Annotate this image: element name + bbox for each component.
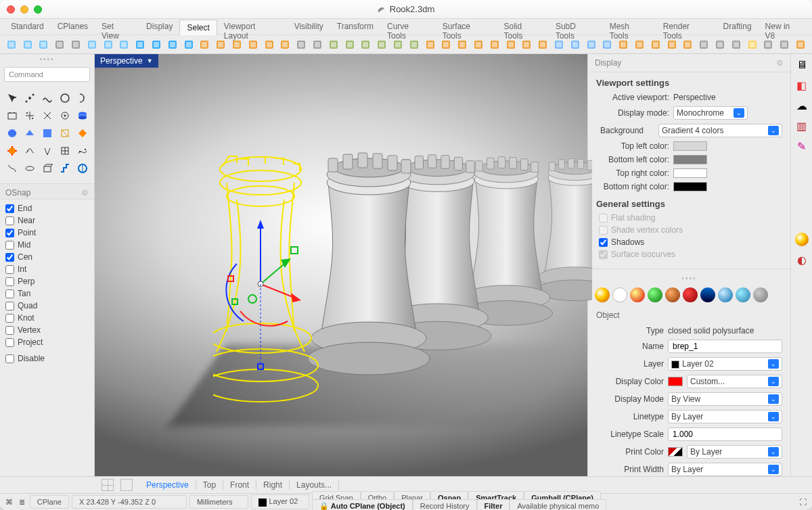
- ribbon-tab-viewport-layout[interactable]: Viewport Layout: [217, 19, 288, 34]
- toolbar-icon[interactable]: [37, 37, 51, 52]
- tool-icon[interactable]: [39, 125, 55, 141]
- toolbar-icon[interactable]: [745, 37, 760, 52]
- tab-icon[interactable]: [665, 287, 680, 302]
- tool-icon[interactable]: [4, 108, 20, 124]
- layout-4view-icon[interactable]: [102, 479, 114, 491]
- material-sphere-icon[interactable]: [795, 233, 809, 246]
- drag-handle[interactable]: ••••: [0, 54, 94, 64]
- tab-icon[interactable]: [753, 287, 768, 302]
- viewport-title[interactable]: Perspective▼: [95, 54, 158, 68]
- color-swatch-tl[interactable]: [673, 141, 707, 151]
- tool-icon[interactable]: [4, 160, 20, 177]
- toolbar-icon[interactable]: [729, 37, 744, 52]
- ribbon-tab-drafting[interactable]: Drafting: [717, 19, 759, 34]
- toolbar-icon[interactable]: [229, 37, 244, 52]
- tool-icon[interactable]: [4, 143, 20, 159]
- tool-icon[interactable]: [57, 143, 73, 159]
- tab-icon[interactable]: [736, 287, 750, 302]
- osnap-vertex[interactable]: Vertex: [5, 325, 89, 335]
- tool-icon[interactable]: [39, 90, 55, 106]
- toolbar-icon[interactable]: [359, 37, 374, 52]
- toolbar-icon[interactable]: [374, 37, 389, 52]
- osnap-project[interactable]: Project: [5, 338, 89, 347]
- print-width-select[interactable]: By Layer⌄: [668, 463, 782, 476]
- viewport-perspective[interactable]: Perspective▼: [95, 54, 587, 476]
- checkbox[interactable]: [5, 253, 14, 262]
- osnap-knot[interactable]: Knot: [5, 313, 89, 323]
- checkbox[interactable]: [5, 289, 14, 298]
- tool-icon[interactable]: [22, 108, 38, 124]
- tool-icon[interactable]: [4, 90, 20, 106]
- toolbar-icon[interactable]: [777, 37, 792, 52]
- osnap-panel-header[interactable]: OSnap ⚙: [0, 183, 94, 200]
- ribbon-tab-standard[interactable]: Standard: [4, 19, 51, 34]
- command-input[interactable]: Command: [4, 67, 90, 82]
- tool-icon[interactable]: [57, 160, 73, 177]
- toolbar-icon[interactable]: [680, 37, 695, 52]
- toolbar-icon[interactable]: [52, 37, 67, 52]
- view-tab-front[interactable]: Front: [223, 480, 256, 490]
- tool-icon[interactable]: [74, 108, 91, 124]
- tool-icon[interactable]: [74, 90, 91, 106]
- checkbox[interactable]: [5, 277, 14, 286]
- status-cplane[interactable]: CPlane: [30, 495, 69, 509]
- ribbon-tab-cplanes[interactable]: CPlanes: [51, 19, 95, 34]
- toolbar-icon[interactable]: [149, 37, 164, 52]
- toolbar-icon[interactable]: [198, 37, 212, 52]
- toolbar-icon[interactable]: [632, 37, 647, 52]
- view-tab-top[interactable]: Top: [196, 480, 223, 490]
- tool-icon[interactable]: [22, 90, 38, 106]
- toolbar-icon[interactable]: [4, 37, 19, 52]
- checkbox[interactable]: [5, 314, 14, 323]
- toolbar-icon[interactable]: [213, 37, 228, 52]
- chevron-down-icon[interactable]: ▼: [147, 57, 153, 64]
- toolbar-icon[interactable]: [584, 37, 599, 52]
- tool-icon[interactable]: [22, 160, 38, 177]
- osnap-mid[interactable]: Mid: [5, 240, 89, 250]
- checkbox[interactable]: [5, 302, 14, 310]
- status-auto-cplane-object-[interactable]: 🔒 Auto CPlane (Object): [312, 499, 413, 511]
- toolbar-icon[interactable]: [310, 37, 325, 52]
- checkbox[interactable]: [5, 338, 14, 347]
- osnap-disable[interactable]: Disable: [5, 354, 89, 363]
- osnap-quad[interactable]: Quad: [5, 301, 89, 310]
- toolbar-icon[interactable]: [503, 37, 518, 52]
- toolbar-icon[interactable]: [713, 37, 727, 52]
- checkbox[interactable]: [599, 238, 608, 247]
- view-tab-perspective[interactable]: Perspective: [139, 480, 196, 490]
- toolbar-icon[interactable]: [85, 37, 99, 52]
- tool-icon[interactable]: [22, 143, 38, 159]
- material-tab-icon[interactable]: [612, 287, 627, 302]
- texture-tab-icon[interactable]: [630, 287, 645, 302]
- toolbar-icon[interactable]: [471, 37, 486, 52]
- print-color-select[interactable]: By Layer⌄: [687, 445, 782, 459]
- name-input[interactable]: [668, 340, 782, 353]
- checkbox[interactable]: [5, 216, 14, 225]
- ribbon-tab-curve-tools[interactable]: Curve Tools: [380, 19, 436, 34]
- toolbar-icon[interactable]: [246, 37, 261, 52]
- tab-icon[interactable]: [700, 287, 715, 302]
- osnap-cen[interactable]: Cen: [5, 252, 89, 262]
- gear-icon[interactable]: ⚙: [776, 58, 784, 68]
- checkbox[interactable]: [5, 354, 14, 363]
- gear-icon[interactable]: ⚙: [81, 188, 89, 198]
- tool-icon[interactable]: [22, 125, 38, 141]
- toolbar-icon[interactable]: [407, 37, 422, 52]
- status-units[interactable]: Millimeters: [189, 495, 248, 509]
- render-sphere-icon[interactable]: ◐: [795, 253, 809, 266]
- color-swatch-bl[interactable]: [673, 155, 707, 164]
- linetype-select[interactable]: By Layer⌄: [668, 410, 782, 423]
- toolbar-icon[interactable]: [20, 37, 35, 52]
- toolbar-icon[interactable]: [133, 37, 148, 52]
- layer-select[interactable]: Layer 02 ⌄: [668, 357, 782, 371]
- toolbar-icon[interactable]: [455, 37, 470, 52]
- tool-icon[interactable]: [57, 90, 73, 106]
- ribbon-tab-render-tools[interactable]: Render Tools: [656, 19, 717, 34]
- osnap-near[interactable]: Near: [5, 216, 89, 225]
- toolbar-icon[interactable]: [117, 37, 132, 52]
- toolbar-icon[interactable]: [535, 37, 550, 52]
- checkbox[interactable]: [5, 204, 14, 213]
- status-available-physical-memo[interactable]: Available physical memo: [510, 499, 606, 511]
- ribbon-tab-subd-tools[interactable]: SubD Tools: [549, 19, 603, 34]
- color-swatch-tr[interactable]: [673, 168, 707, 178]
